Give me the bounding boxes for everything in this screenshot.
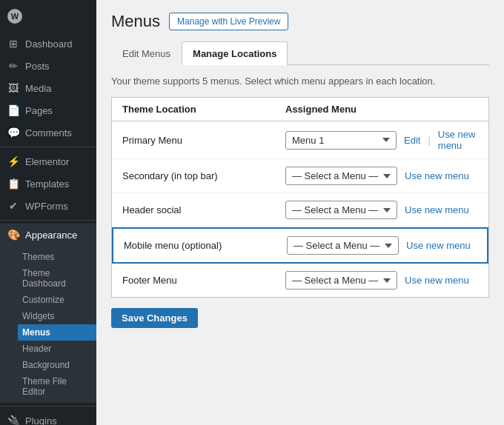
- table-row: Primary Menu Menu 1 Edit | Use new menu: [112, 121, 488, 159]
- location-name: Footer Menu: [122, 275, 285, 286]
- tab-edit-menus[interactable]: Edit Menus: [111, 41, 182, 65]
- wp-logo-icon: W: [7, 9, 22, 24]
- edit-menu-link[interactable]: Edit: [404, 135, 420, 146]
- templates-icon: 📋: [7, 178, 19, 190]
- menu-select-footer[interactable]: — Select a Menu —: [285, 271, 397, 290]
- menu-locations-table: Theme Location Assigned Menu Primary Men…: [111, 97, 489, 298]
- use-new-menu-link[interactable]: Use new menu: [405, 170, 469, 181]
- sidebar-item-appearance[interactable]: 🎨 Appearance: [0, 224, 96, 246]
- sidebar-sub-item-theme-file-editor[interactable]: Theme File Editor: [18, 373, 96, 400]
- use-new-menu-link[interactable]: Use new menu: [438, 129, 478, 151]
- posts-icon: ✏: [7, 60, 19, 72]
- table-row: Footer Menu — Select a Menu — Use new me…: [112, 264, 488, 297]
- table-header: Theme Location Assigned Menu: [112, 98, 488, 121]
- sidebar-item-label: WPForms: [25, 201, 68, 212]
- table-row-highlighted: Mobile menu (optional) — Select a Menu —…: [112, 227, 488, 264]
- sidebar-item-label: Plugins: [25, 415, 57, 426]
- sidebar-item-wpforms[interactable]: ✔ WPForms: [0, 195, 96, 217]
- sidebar-item-label: Dashboard: [25, 39, 73, 50]
- media-icon: 🖼: [7, 82, 19, 94]
- menu-controls: — Select a Menu — Use new menu: [285, 201, 478, 219]
- sidebar-item-label: Templates: [25, 178, 69, 190]
- pages-icon: 📄: [7, 104, 19, 116]
- sidebar-item-label: Media: [25, 83, 51, 94]
- sidebar-item-label: Posts: [25, 61, 50, 72]
- table-row: Header social — Select a Menu — Use new …: [112, 193, 488, 227]
- sidebar-item-label: Pages: [25, 105, 53, 116]
- sidebar-item-label: Appearance: [25, 230, 77, 241]
- location-name: Primary Menu: [122, 135, 285, 146]
- separator: |: [428, 135, 430, 146]
- tabs: Edit Menus Manage Locations: [111, 41, 489, 65]
- sidebar-sub-item-theme-dashboard[interactable]: Theme Dashboard: [18, 265, 96, 292]
- sidebar-item-media[interactable]: 🖼 Media: [0, 77, 96, 99]
- page-title: Menus: [111, 12, 160, 31]
- sidebar-sub-item-background[interactable]: Background: [18, 357, 96, 373]
- sidebar-sub-item-themes[interactable]: Themes: [18, 249, 96, 265]
- menu-controls: Menu 1 Edit | Use new menu: [285, 129, 478, 151]
- sidebar-sub-item-header[interactable]: Header: [18, 341, 96, 357]
- menu-controls: — Select a Menu — Use new menu: [285, 167, 478, 185]
- elementor-icon: ⚡: [7, 155, 19, 167]
- sidebar-logo: W: [0, 0, 96, 33]
- sidebar-sub-item-widgets[interactable]: Widgets: [18, 308, 96, 324]
- save-changes-button[interactable]: Save Changes: [111, 308, 198, 328]
- tab-manage-locations[interactable]: Manage Locations: [182, 41, 288, 65]
- col-header-menu: Assigned Menu: [285, 104, 478, 115]
- main-content: Menus Manage with Live Preview Edit Menu…: [96, 0, 504, 425]
- location-name: Mobile menu (optional): [124, 240, 287, 251]
- comments-icon: 💬: [7, 127, 19, 138]
- sidebar-sub-item-menus[interactable]: Menus: [18, 324, 96, 341]
- sidebar-item-pages[interactable]: 📄 Pages: [0, 99, 96, 121]
- plugins-icon: 🔌: [7, 415, 19, 425]
- use-new-menu-link[interactable]: Use new menu: [405, 204, 469, 215]
- menu-controls: — Select a Menu — Use new menu: [287, 236, 477, 255]
- menu-controls: — Select a Menu — Use new menu: [285, 271, 478, 290]
- sidebar-item-elementor[interactable]: ⚡ Elementor: [0, 150, 96, 173]
- wpforms-icon: ✔: [7, 200, 19, 212]
- location-name: Header social: [122, 204, 285, 215]
- sidebar-item-templates[interactable]: 📋 Templates: [0, 173, 96, 195]
- sidebar-item-label: Elementor: [25, 156, 69, 167]
- col-header-location: Theme Location: [122, 104, 285, 115]
- page-header: Menus Manage with Live Preview: [111, 12, 489, 31]
- menu-select-header-social[interactable]: — Select a Menu —: [285, 201, 397, 219]
- sidebar-item-label: Comments: [25, 127, 72, 138]
- page-description: Your theme supports 5 menus. Select whic…: [111, 76, 489, 87]
- location-name: Secondary (in top bar): [122, 170, 285, 181]
- appearance-submenu: Themes Theme Dashboard Customize Widgets…: [0, 246, 96, 403]
- dashboard-icon: ⊞: [7, 38, 19, 50]
- menu-select-primary[interactable]: Menu 1: [285, 131, 397, 150]
- table-row: Secondary (in top bar) — Select a Menu —…: [112, 159, 488, 193]
- sidebar-sub-item-customize[interactable]: Customize: [18, 292, 96, 308]
- sidebar-item-posts[interactable]: ✏ Posts: [0, 55, 96, 77]
- menu-select-mobile[interactable]: — Select a Menu —: [287, 236, 399, 255]
- live-preview-button[interactable]: Manage with Live Preview: [169, 13, 288, 30]
- sidebar-item-plugins[interactable]: 🔌 Plugins: [0, 409, 96, 425]
- menu-select-secondary[interactable]: — Select a Menu —: [285, 167, 397, 185]
- sidebar: W ⊞ Dashboard ✏ Posts 🖼 Media 📄 Pages 💬 …: [0, 0, 96, 425]
- use-new-menu-link[interactable]: Use new menu: [406, 240, 471, 251]
- appearance-icon: 🎨: [7, 229, 19, 241]
- sidebar-item-comments[interactable]: 💬 Comments: [0, 121, 96, 144]
- use-new-menu-link[interactable]: Use new menu: [405, 275, 469, 286]
- sidebar-item-dashboard[interactable]: ⊞ Dashboard: [0, 33, 96, 55]
